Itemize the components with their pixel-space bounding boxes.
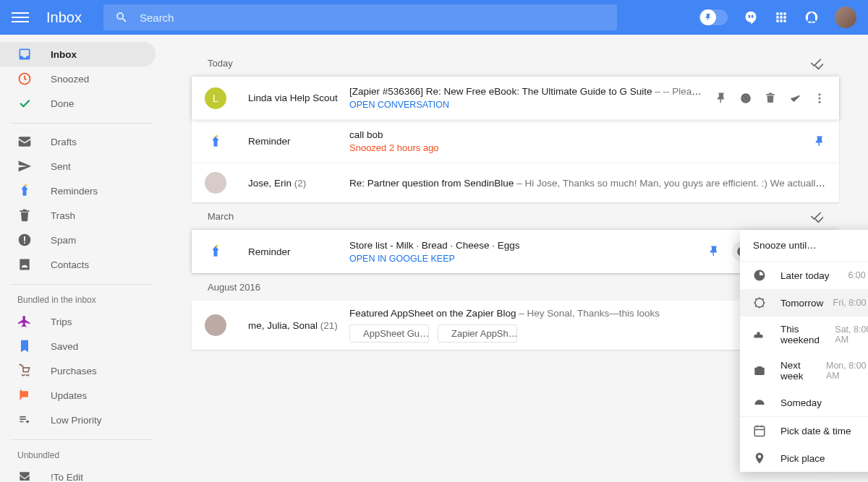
hangouts-icon[interactable] [744, 10, 758, 25]
bundled-header: Bundled in the inbox [0, 291, 163, 309]
reminder-icon [205, 131, 226, 152]
sender: Linda via Help Scout [248, 92, 349, 103]
done-icon[interactable] [788, 92, 801, 105]
sidebar: InboxSnoozedDoneDraftsSentRemindersTrash… [0, 35, 163, 482]
updates-icon [17, 388, 32, 403]
sidebar-item-trash[interactable]: Trash [0, 203, 156, 228]
search-input[interactable] [140, 12, 605, 24]
sidebar-item-inbox[interactable]: Inbox [0, 42, 156, 66]
sender: me, Julia, Sonal (21) [248, 320, 349, 331]
more-icon[interactable] [813, 92, 826, 105]
sidebar-item-toedit[interactable]: !To Edit [0, 465, 156, 482]
pin-icon[interactable] [707, 245, 720, 258]
search-box[interactable] [103, 4, 617, 30]
snooze-option-someday[interactable]: Someday [740, 389, 868, 416]
section-label: March [208, 211, 234, 222]
svg-point-7 [819, 100, 821, 103]
sidebar-item-label: Trash [51, 210, 75, 221]
attachment-chip[interactable]: Zapier AppSh… [438, 324, 517, 343]
sidebar-item-snoozed[interactable]: Snoozed [0, 66, 156, 91]
sweep-icon[interactable] [809, 209, 823, 223]
drafts-icon [17, 134, 32, 149]
menu-icon[interactable] [12, 9, 29, 26]
sidebar-item-label: Saved [51, 341, 78, 352]
reminders-icon [17, 184, 32, 198]
avatar [205, 172, 226, 194]
sidebar-item-done[interactable]: Done [0, 91, 156, 116]
message-row[interactable]: Jose, Erin (2)Re: Partner question from … [192, 163, 839, 202]
sidebar-item-lowpriority[interactable]: Low Priority [0, 408, 156, 432]
snooze-option-nextweek[interactable]: Next weekMon, 8:00 AM [740, 353, 868, 389]
sidebar-item-updates[interactable]: Updates [0, 383, 156, 408]
avatar: L [205, 87, 226, 109]
message-content: call bobSnoozed 2 hours ago [349, 129, 803, 153]
app-title: Inbox [46, 9, 82, 26]
snooze-menu-title: Snooze until… [740, 230, 868, 261]
sidebar-item-label: !To Edit [51, 472, 83, 483]
message-content: Featured AppSheet on the Zapier Blog – H… [349, 308, 752, 343]
sent-icon [17, 159, 32, 173]
sender: Jose, Erin (2) [248, 178, 349, 189]
sidebar-item-label: Updates [51, 390, 87, 401]
sidebar-item-purchases[interactable]: Purchases [0, 358, 156, 383]
search-icon [115, 11, 128, 24]
done-icon [17, 96, 32, 111]
sidebar-item-sent[interactable]: Sent [0, 154, 156, 178]
unbundled-header: Unbundled [0, 446, 163, 465]
attachment-chip[interactable]: AppSheet Gu… [349, 324, 429, 343]
snooze-option-later[interactable]: Later today6:00 PM [740, 262, 868, 289]
lowpriority-icon [17, 413, 32, 427]
main-panel: TodayLLinda via Help Scout[Zapier #53636… [163, 35, 868, 482]
apps-icon[interactable] [774, 10, 788, 25]
sender: Reminder [248, 246, 349, 257]
sidebar-item-saved[interactable]: Saved [0, 334, 156, 358]
pin-toggle[interactable] [699, 9, 728, 25]
snooze-menu: Snooze until…Later today6:00 PMTomorrowF… [740, 230, 868, 472]
message-content: [Zapier #536366] Re: New Free eBook: The… [349, 86, 705, 110]
message-group: LLinda via Help Scout[Zapier #536366] Re… [192, 77, 839, 202]
notifications-icon[interactable] [804, 10, 819, 25]
avatar [205, 314, 226, 336]
spam-icon [17, 233, 32, 247]
message-row[interactable]: LLinda via Help Scout[Zapier #536366] Re… [192, 77, 839, 120]
delete-icon[interactable] [764, 92, 777, 105]
snooze-icon[interactable] [739, 92, 752, 105]
sidebar-item-reminders[interactable]: Reminders [0, 178, 156, 203]
sidebar-item-label: Inbox [51, 49, 77, 60]
trash-icon [17, 208, 32, 223]
sidebar-item-label: Done [51, 98, 74, 109]
svg-point-8 [216, 134, 218, 137]
header: Inbox [0, 0, 868, 35]
snooze-option-weekend[interactable]: This weekendSat, 8:00 AM [740, 317, 868, 353]
snoozed-text: Snoozed 2 hours ago [349, 142, 803, 153]
sidebar-item-label: Low Priority [51, 415, 102, 426]
inbox-icon [17, 47, 32, 61]
pin-icon[interactable] [715, 92, 728, 105]
trips-icon [17, 314, 32, 329]
svg-point-6 [819, 97, 821, 99]
section-label: August 2016 [208, 282, 260, 293]
message-row[interactable]: Remindercall bobSnoozed 2 hours ago [192, 120, 839, 163]
open-link[interactable]: OPEN IN GOOGLE KEEP [349, 254, 697, 264]
snooze-option-date[interactable]: Pick date & time [740, 417, 868, 444]
snooze-option-tomorrow[interactable]: TomorrowFri, 8:00 AM [740, 289, 868, 317]
message-content: Store list - Milk · Bread · Cheese · Egg… [349, 240, 697, 264]
sidebar-item-contacts[interactable]: Contacts [0, 252, 156, 277]
sidebar-item-label: Reminders [51, 186, 98, 197]
pin-icon[interactable] [813, 135, 826, 148]
svg-point-9 [216, 245, 218, 247]
saved-icon [17, 339, 32, 353]
purchases-icon [17, 363, 32, 378]
section-header: March [192, 202, 839, 230]
sweep-icon[interactable] [809, 56, 823, 70]
svg-point-2 [25, 184, 27, 186]
sidebar-item-drafts[interactable]: Drafts [0, 129, 156, 154]
sidebar-item-label: Purchases [51, 366, 97, 376]
reminder-icon [205, 241, 226, 262]
sidebar-item-spam[interactable]: Spam [0, 228, 156, 252]
snooze-option-place[interactable]: Pick place [740, 444, 868, 472]
open-link[interactable]: OPEN CONVERSATION [349, 100, 705, 110]
sidebar-item-trips[interactable]: Trips [0, 309, 156, 334]
account-avatar[interactable] [835, 7, 856, 28]
message-content: Re: Partner question from SendinBlue – H… [349, 178, 826, 189]
